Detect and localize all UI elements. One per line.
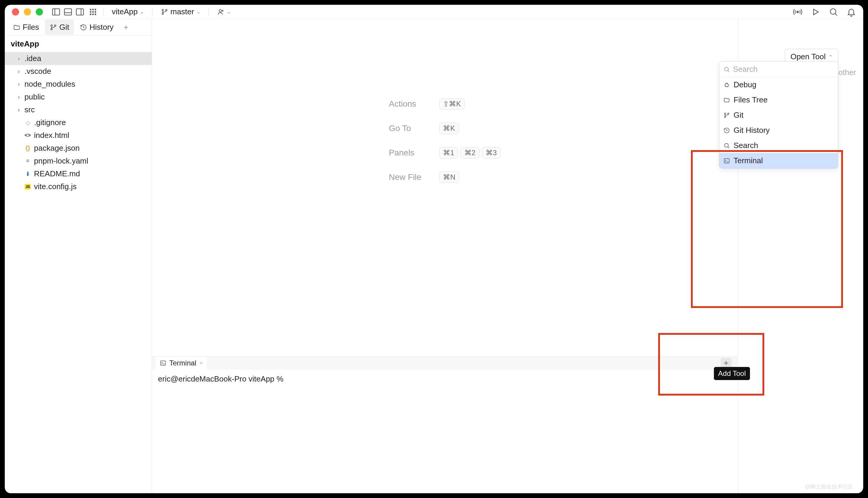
- tab-git[interactable]: Git: [45, 19, 74, 35]
- apps-grid-icon[interactable]: [88, 7, 98, 17]
- hint-shortcuts: ⇧⌘K: [439, 98, 500, 109]
- chevron-right-icon: ›: [16, 55, 22, 62]
- dropdown-item-git-history[interactable]: Git History: [719, 123, 838, 138]
- file-name: pnpm-lock.yaml: [34, 156, 88, 166]
- tree-item[interactable]: <>index.html: [5, 129, 152, 142]
- svg-rect-2: [64, 9, 72, 15]
- chevron-down-icon: ⌄: [140, 9, 144, 15]
- git-ignore-icon: ◇: [24, 119, 31, 126]
- terminal-body[interactable]: eric@ericdeMacBook-Pro viteApp %: [152, 370, 738, 493]
- tree-item[interactable]: ›node_modules: [5, 78, 152, 91]
- history-icon: [80, 24, 87, 31]
- tree-item[interactable]: ◇.gitignore: [5, 116, 152, 129]
- dropdown-item-label: Terminal: [733, 156, 763, 165]
- svg-point-32: [724, 116, 726, 118]
- open-tool-label: Open Tool: [791, 52, 826, 61]
- hint-shortcuts: ⌘K: [439, 123, 500, 134]
- chevron-down-icon: ⌄: [196, 9, 200, 15]
- svg-point-6: [90, 9, 91, 10]
- search-input[interactable]: [733, 65, 834, 74]
- dropdown-item-label: Git History: [733, 126, 770, 135]
- dropdown-item-search[interactable]: Search: [719, 138, 838, 153]
- tab-history[interactable]: History: [75, 19, 118, 35]
- tab-files[interactable]: Files: [8, 19, 44, 35]
- tree-item[interactable]: ›src: [5, 103, 152, 116]
- separator: [152, 8, 153, 16]
- panel-right-icon[interactable]: [75, 7, 85, 17]
- git-branch-icon: [50, 24, 57, 31]
- tree-item[interactable]: ›.idea: [5, 52, 152, 65]
- kbd: ⌘N: [439, 172, 459, 183]
- maximize-window[interactable]: [36, 8, 43, 15]
- file-name: README.md: [34, 169, 80, 179]
- chevron-right-icon: ›: [16, 68, 22, 75]
- right-panel: Open Tool ⌄ other DebugFiles TreeGitGit …: [738, 19, 863, 493]
- hint-label: Go To: [389, 123, 421, 133]
- file-name: .idea: [24, 54, 41, 63]
- folder-icon: [724, 97, 730, 103]
- dropdown-item-git[interactable]: Git: [719, 107, 838, 123]
- svg-point-19: [797, 11, 798, 13]
- git-branch-icon: [724, 112, 730, 119]
- dropdown-item-label: Files Tree: [733, 95, 768, 105]
- chevron-right-icon: ›: [16, 81, 22, 88]
- panel-left-icon[interactable]: [51, 7, 61, 17]
- markdown-icon: ⬇: [24, 171, 31, 177]
- panel-bottom-icon[interactable]: [63, 7, 73, 17]
- tree-item[interactable]: JSvite.config.js: [5, 180, 152, 193]
- terminal-tabs: Terminal × +: [152, 356, 738, 370]
- yaml-icon: ≡: [24, 158, 31, 165]
- svg-rect-36: [724, 158, 729, 163]
- kbd: ⌘1: [439, 147, 458, 158]
- broadcast-icon[interactable]: [793, 7, 802, 17]
- project-root[interactable]: viteApp: [5, 36, 152, 52]
- close-icon[interactable]: ×: [200, 360, 203, 367]
- dropdown-item-debug[interactable]: Debug: [719, 77, 838, 92]
- hint-label: Actions: [389, 99, 421, 109]
- hint-shortcuts: ⌘1⌘2⌘3: [439, 147, 500, 158]
- project-selector[interactable]: viteApp ⌄: [109, 7, 147, 16]
- svg-point-33: [728, 113, 729, 114]
- search-icon[interactable]: [829, 7, 838, 17]
- file-name: src: [24, 105, 35, 114]
- chevron-right-icon: ›: [16, 93, 22, 100]
- tree-item[interactable]: ≡pnpm-lock.yaml: [5, 155, 152, 167]
- terminal-tab[interactable]: Terminal ×: [156, 356, 207, 370]
- hint-label: New File: [389, 172, 421, 182]
- json-icon: {}: [24, 145, 31, 152]
- open-tool-dropdown: DebugFiles TreeGitGit HistorySearchTermi…: [719, 61, 838, 169]
- bell-icon[interactable]: [846, 7, 856, 17]
- svg-point-10: [92, 11, 93, 13]
- svg-point-12: [90, 13, 91, 15]
- tab-label: Files: [23, 23, 39, 32]
- dropdown-item-label: Git: [733, 110, 743, 120]
- add-tab-button[interactable]: +: [121, 21, 131, 34]
- svg-marker-20: [814, 9, 818, 15]
- tree-item[interactable]: ⬇README.md: [5, 167, 152, 180]
- dropdown-item-label: Debug: [733, 80, 756, 89]
- terminal-prompt: eric@ericdeMacBook-Pro viteApp %: [158, 375, 283, 383]
- tree-item[interactable]: ›.vscode: [5, 65, 152, 78]
- dropdown-item-files-tree[interactable]: Files Tree: [719, 92, 838, 107]
- chevron-right-icon: ›: [16, 106, 22, 113]
- separator: [103, 8, 103, 16]
- tab-label: Git: [59, 23, 69, 32]
- file-name: .vscode: [24, 67, 51, 76]
- run-icon[interactable]: [811, 7, 820, 17]
- tree-item[interactable]: ›public: [5, 91, 152, 103]
- other-label: other: [839, 68, 856, 77]
- tree-item[interactable]: {}package.json: [5, 142, 152, 155]
- dropdown-item-terminal[interactable]: Terminal: [719, 153, 838, 168]
- branch-selector[interactable]: master ⌄: [158, 7, 203, 16]
- person-plus-icon: [217, 8, 225, 15]
- file-name: index.html: [34, 131, 69, 140]
- add-user-menu[interactable]: ⌄: [214, 8, 234, 15]
- close-window[interactable]: [12, 8, 19, 15]
- window-controls: [12, 8, 43, 15]
- svg-point-8: [94, 9, 96, 10]
- minimize-window[interactable]: [24, 8, 31, 15]
- watermark: @稀土掘金技术社区: [805, 483, 853, 490]
- svg-point-16: [162, 13, 163, 14]
- chevron-up-icon: ⌄: [829, 54, 832, 60]
- svg-point-13: [92, 13, 93, 15]
